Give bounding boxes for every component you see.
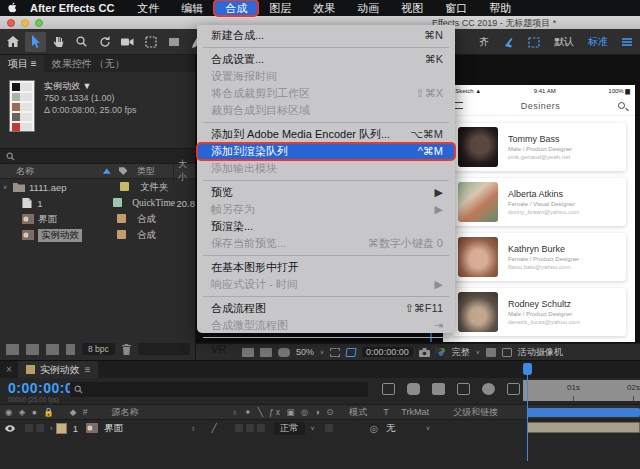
workspace-default[interactable]: 默认: [554, 35, 574, 49]
timeline-layer-row[interactable]: › 1 界面 ♁ ╱ 正常 ˅ ◎ 无 ˅: [0, 420, 640, 436]
menu-item-open-in-essential-graphics[interactable]: 在基本图形中打开: [197, 259, 455, 276]
menu-item-trim-comp-to-workarea: 将合成裁剪到工作区⇧⌘X: [197, 85, 455, 102]
tab-project[interactable]: 项目 ≡: [0, 55, 44, 72]
designer-card[interactable]: Tommy Bass Male / Product Designer pink.…: [452, 123, 626, 171]
macos-menubar: After Effects CC 文件 编辑 合成 图层 效果 动画 视图 窗口…: [0, 0, 640, 16]
label-swatch[interactable]: [117, 214, 126, 223]
parent-pickwhip-icon[interactable]: ◎: [370, 423, 378, 434]
window-minimize-button[interactable]: [21, 19, 29, 27]
project-item-info: 实例动效 ▼ 750 x 1334 (1.00) Δ 0:00:08:00, 2…: [0, 72, 195, 148]
menubar-item-composition[interactable]: 合成: [214, 0, 258, 16]
workspace-menu-icon[interactable]: [622, 38, 632, 46]
project-row-footage[interactable]: 1 QuickTime 20.8: [0, 195, 195, 211]
composition-icon: [22, 230, 34, 240]
parent-select[interactable]: 无: [386, 422, 426, 435]
project-search-field[interactable]: [0, 148, 195, 164]
menu-item-pre-render[interactable]: 预渲染...: [197, 218, 455, 235]
project-row-comp-selected[interactable]: 实例动效 合成: [0, 227, 195, 243]
footage-file-icon: [21, 198, 33, 208]
work-area-bar[interactable]: [527, 408, 640, 417]
menubar-item-file[interactable]: 文件: [126, 0, 170, 16]
hide-shy-layers-icon[interactable]: [432, 383, 445, 395]
menubar-item-view[interactable]: 视图: [390, 0, 434, 16]
zoom-tool-icon[interactable]: [71, 32, 92, 52]
menu-item-vr[interactable]: VR▶: [197, 341, 455, 358]
timeline-tabs: × 实例动效 ≡: [0, 361, 640, 378]
blend-mode-select[interactable]: 正常: [274, 422, 305, 435]
timeline-search-field[interactable]: [70, 382, 368, 397]
pan-behind-tool-icon[interactable]: [140, 32, 161, 52]
eye-visibility-icon[interactable]: [5, 425, 15, 432]
menu-item-new-composition[interactable]: 新建合成...⌘N: [197, 27, 455, 44]
comp-color-swatch: [26, 365, 35, 374]
motion-bounds-icon[interactable]: [528, 37, 540, 48]
menu-item-composition-flowchart[interactable]: 合成流程图⇧⌘F11: [197, 300, 455, 317]
layer-duration-bar[interactable]: [527, 422, 640, 433]
graph-editor-icon[interactable]: [507, 383, 520, 395]
rotate-tool-icon[interactable]: [94, 32, 115, 52]
column-mode[interactable]: 模式: [349, 406, 383, 419]
phone-search-icon[interactable]: [618, 102, 625, 109]
menubar-item-help[interactable]: 帮助: [478, 0, 522, 16]
project-row-comp-ui[interactable]: 界面 合成: [0, 211, 195, 227]
menu-item-composition-settings[interactable]: 合成设置...⌘K: [197, 51, 455, 68]
menubar-item-effect[interactable]: 效果: [302, 0, 346, 16]
phone-navbar: Desiners: [443, 96, 635, 116]
fast-previews-icon[interactable]: [486, 348, 496, 357]
menu-item-responsive-design-time: 响应式设计 - 时间▶: [197, 276, 455, 293]
motion-blur-icon[interactable]: [482, 383, 495, 395]
menubar-item-layer[interactable]: 图层: [258, 0, 302, 16]
menu-item-preview[interactable]: 预览▶: [197, 184, 455, 201]
timeline-tab-active[interactable]: 实例动效 ≡: [18, 361, 98, 378]
designer-card[interactable]: Kathryn Burke Female / Product Designer …: [452, 233, 626, 281]
draft-3d-icon[interactable]: [407, 383, 420, 395]
label-swatch[interactable]: [117, 230, 126, 239]
home-tool-icon[interactable]: [2, 32, 23, 52]
comp-flowchart-icon[interactable]: [382, 383, 395, 395]
project-list-header[interactable]: 名称 类型 大小: [0, 164, 195, 179]
menu-separator: [203, 47, 449, 48]
selection-tool-icon[interactable]: [25, 32, 46, 52]
menubar-item-edit[interactable]: 编辑: [170, 0, 214, 16]
project-row-folder[interactable]: ˅ 1111.aep 文件夹: [0, 179, 195, 195]
close-tab-icon[interactable]: ×: [0, 364, 18, 375]
new-composition-icon[interactable]: [46, 344, 59, 355]
frame-blending-icon[interactable]: [457, 383, 470, 395]
column-t[interactable]: T: [383, 407, 401, 417]
hand-tool-icon[interactable]: [48, 32, 69, 52]
label-swatch[interactable]: [113, 198, 122, 207]
active-camera-select[interactable]: 活动摄像机: [518, 346, 563, 359]
project-panel: 项目 ≡ 效果控件 （无） 实例动效 ▼ 750 x 1334 (1.00) Δ…: [0, 55, 196, 360]
designer-card[interactable]: Rodney Schultz Male / Product Designer d…: [452, 288, 626, 336]
menubar-item-window[interactable]: 窗口: [434, 0, 478, 16]
adjust-icon[interactable]: [66, 344, 75, 355]
menubar-item-animation[interactable]: 动画: [346, 0, 390, 16]
selected-item-name[interactable]: 实例动效 ▼: [44, 80, 137, 92]
align-label: 齐: [479, 35, 489, 49]
apple-logo-icon[interactable]: [0, 2, 26, 15]
workspace-standard[interactable]: 标准: [588, 35, 608, 49]
menu-item-crop-comp-to-region: 裁剪合成到目标区域: [197, 102, 455, 119]
layer-switches[interactable]: ♁ ╱: [190, 423, 219, 433]
shape-tool-icon[interactable]: [163, 32, 184, 52]
layer-name[interactable]: 界面: [104, 422, 190, 435]
column-source-name[interactable]: 源名称: [111, 406, 231, 419]
menu-item-add-to-render-queue[interactable]: 添加到渲染队列^⌘M: [197, 143, 455, 160]
column-trkmat[interactable]: TrkMat: [401, 407, 453, 417]
layer-color-swatch[interactable]: [56, 423, 67, 434]
tab-effect-controls[interactable]: 效果控件 （无）: [44, 55, 133, 72]
menu-item-add-to-ame-queue[interactable]: 添加到 Adobe Media Encoder 队列...⌥⌘M: [197, 126, 455, 143]
bit-depth-button[interactable]: 8 bpc: [82, 343, 115, 355]
camera-tool-icon[interactable]: [117, 32, 138, 52]
snap-icon[interactable]: [503, 37, 514, 48]
time-ruler[interactable]: 01s 02s: [523, 380, 640, 401]
playhead[interactable]: [523, 363, 532, 461]
designer-card[interactable]: Alberta Atkins Female / Visual Designer …: [452, 178, 626, 226]
interpret-footage-icon[interactable]: [6, 344, 19, 355]
window-close-button[interactable]: [7, 19, 15, 27]
window-zoom-button[interactable]: [35, 19, 43, 27]
trash-icon[interactable]: [122, 344, 131, 355]
new-folder-icon[interactable]: [26, 344, 39, 355]
label-swatch[interactable]: [120, 182, 129, 191]
view-layout-icon[interactable]: [502, 348, 512, 357]
